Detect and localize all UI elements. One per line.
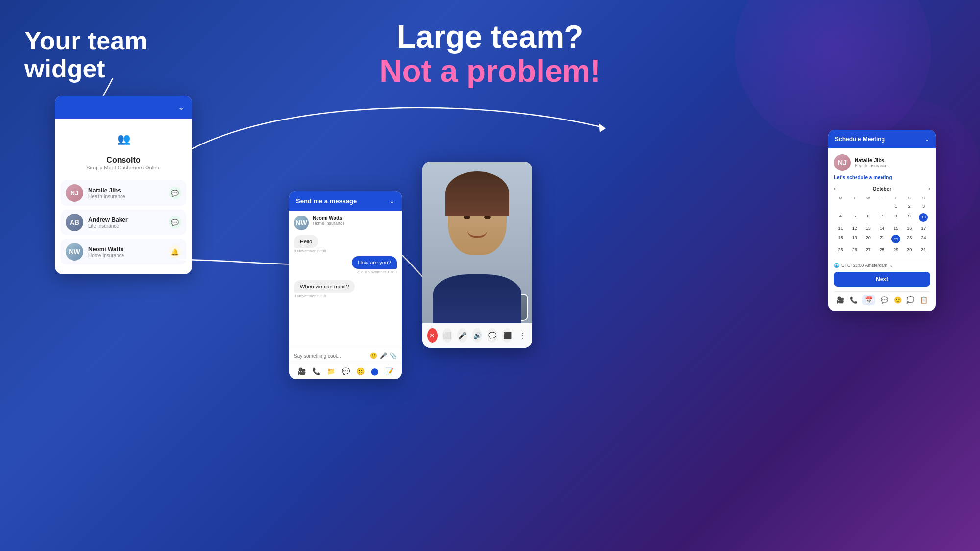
cal-day-header: W <box>861 195 875 201</box>
cal-day[interactable]: 26 <box>848 245 861 255</box>
chat-message-sent: How are you? ✓✓ 8 November 19:09 <box>294 256 397 277</box>
mute-button[interactable]: 🎤 <box>457 328 467 343</box>
team-member-row[interactable]: NW Neomi Watts Home Insurance 🔔 <box>61 239 186 264</box>
cal-day[interactable]: 4 <box>834 212 847 223</box>
cal-day[interactable]: 12 <box>848 224 861 233</box>
cal-day[interactable]: 17 <box>917 224 930 233</box>
member-info-natalie: Natalie Jibs Health Insurance <box>88 187 164 199</box>
chat-button[interactable]: 💬 <box>487 328 497 343</box>
cal-day[interactable]: 19 <box>848 233 861 245</box>
cal-day[interactable]: 7 <box>875 212 888 223</box>
calendar-month: October <box>873 186 891 192</box>
cal-day[interactable]: 27 <box>861 245 875 255</box>
chat-icon[interactable]: 💬 <box>169 187 181 199</box>
cal-day[interactable]: 21 <box>875 233 888 245</box>
chat-header-title: Send me a message <box>296 197 357 205</box>
cal-day[interactable]: 25 <box>834 245 847 255</box>
avatar-neomi-chat: NW <box>294 216 309 230</box>
cal-day[interactable]: 3 <box>917 202 930 211</box>
file-icon[interactable]: 📁 <box>327 367 335 375</box>
phone-icon[interactable]: 📞 <box>312 367 320 375</box>
calendar-active-icon[interactable]: 📅 <box>862 295 875 305</box>
avatar-natalie: NJ <box>66 184 83 202</box>
chat-message-received-2: When we can meet? 8 November 19:10 <box>294 280 397 298</box>
cal-day[interactable]: 13 <box>861 224 875 233</box>
chat-icon[interactable]: 💭 <box>906 296 914 304</box>
calendar-prev-button[interactable]: ‹ <box>834 185 836 192</box>
chat-chevron-icon[interactable]: ⌄ <box>389 197 395 205</box>
schedule-cta-link[interactable]: Let's schedule a meeting <box>834 175 930 180</box>
end-call-button[interactable]: ✕ <box>427 328 438 343</box>
globe-icon: 🌐 <box>834 263 839 268</box>
cal-day[interactable]: 9 <box>903 212 916 223</box>
cal-day[interactable]: 20 <box>861 233 875 245</box>
timezone-text[interactable]: UTC+22:00 Amsterdam <box>841 263 887 268</box>
cal-day[interactable]: 31 <box>917 245 930 255</box>
cal-day[interactable]: 24 <box>917 233 930 245</box>
chat-input[interactable] <box>294 353 367 359</box>
calendar-header: ‹ October › <box>834 185 930 192</box>
heading-line1: Large team? <box>343 20 637 54</box>
calendar-next-button[interactable]: › <box>928 185 930 192</box>
svg-marker-2 <box>599 123 606 132</box>
chat-bubble-sent: How are you? <box>352 256 397 269</box>
member-role: Health Insurance <box>88 194 164 199</box>
consolto-tagline: Simply Meet Customers Online <box>86 165 161 170</box>
cal-day[interactable]: 28 <box>875 245 888 255</box>
cal-day[interactable]: 8 <box>889 212 903 223</box>
screen-share-button[interactable]: ⬜ <box>442 328 453 343</box>
member-name: Andrew Baker <box>88 216 164 223</box>
cal-day[interactable]: 2 <box>903 202 916 211</box>
cal-day[interactable]: 1 <box>889 202 903 211</box>
video-shirt <box>433 274 521 323</box>
team-member-row[interactable]: NJ Natalie Jibs Health Insurance 💬 <box>61 180 186 206</box>
cal-day-today[interactable]: 10 <box>917 212 930 223</box>
chat-active-icon[interactable]: ⬤ <box>371 367 379 375</box>
timezone-row: 🌐 UTC+22:00 Amsterdam ⌄ <box>834 259 930 268</box>
cal-day[interactable]: 23 <box>903 233 916 245</box>
schedule-header-title: Schedule Meeting <box>835 136 885 143</box>
cal-day-header: T <box>875 195 888 201</box>
emoji-icon[interactable]: 🙂 <box>370 352 377 359</box>
next-button[interactable]: Next <box>834 272 930 287</box>
cal-day[interactable]: 16 <box>903 224 916 233</box>
cal-day-selected[interactable]: 22 <box>889 233 903 245</box>
more-options-button[interactable]: ⋮ <box>517 328 527 343</box>
member-info-neomi: Neomi Watts Home Insurance <box>88 246 164 258</box>
attachment-icon[interactable]: 📎 <box>390 352 397 359</box>
cal-day[interactable]: 30 <box>903 245 916 255</box>
avatar-andrew: AB <box>66 214 83 231</box>
timezone-chevron-icon[interactable]: ⌄ <box>889 263 893 268</box>
emoji-icon[interactable]: 🙂 <box>894 296 902 304</box>
chat-icon[interactable]: 💬 <box>169 216 181 229</box>
team-widget: ⌄ 👥 Consolto Simply Meet Customers Onlin… <box>55 96 192 274</box>
speaker-button[interactable]: 🔊 <box>472 328 483 343</box>
schedule-person-role: Health insurance <box>855 163 888 168</box>
cal-day[interactable]: 14 <box>875 224 888 233</box>
video-icon[interactable]: 🎥 <box>836 296 844 304</box>
cal-day[interactable]: 11 <box>834 224 847 233</box>
chevron-down-icon[interactable]: ⌄ <box>178 102 184 112</box>
schedule-widget: Schedule Meeting ⌄ NJ Natalie Jibs Healt… <box>828 130 936 311</box>
notes-icon[interactable]: 📝 <box>385 367 393 375</box>
schedule-chevron-icon[interactable]: ⌄ <box>924 136 929 143</box>
whatsapp-icon[interactable]: 💬 <box>881 296 888 304</box>
cal-day-header: M <box>834 195 847 201</box>
record-button[interactable]: ⬛ <box>502 328 513 343</box>
team-member-row[interactable]: AB Andrew Baker Life Insurance 💬 <box>61 210 186 235</box>
cal-day[interactable]: 15 <box>889 224 903 233</box>
schedule-body: NJ Natalie Jibs Health insurance Let's s… <box>828 148 936 311</box>
phone-icon[interactable]: 📞 <box>850 296 858 304</box>
video-call-icon[interactable]: 🎥 <box>297 367 306 375</box>
cal-day[interactable]: 18 <box>834 233 847 245</box>
cal-day[interactable]: 29 <box>889 245 903 255</box>
bell-icon[interactable]: 🔔 <box>169 245 181 258</box>
avatar-natalie-schedule: NJ <box>834 154 851 171</box>
cal-day[interactable]: 6 <box>861 212 875 223</box>
cal-day[interactable]: 5 <box>848 212 861 223</box>
notes-icon[interactable]: 📋 <box>920 296 928 304</box>
emoji-footer-icon[interactable]: 🙂 <box>356 367 365 375</box>
whatsapp-icon[interactable]: 💬 <box>342 367 350 375</box>
mic-icon[interactable]: 🎤 <box>380 352 387 359</box>
member-name: Neomi Watts <box>88 246 164 253</box>
